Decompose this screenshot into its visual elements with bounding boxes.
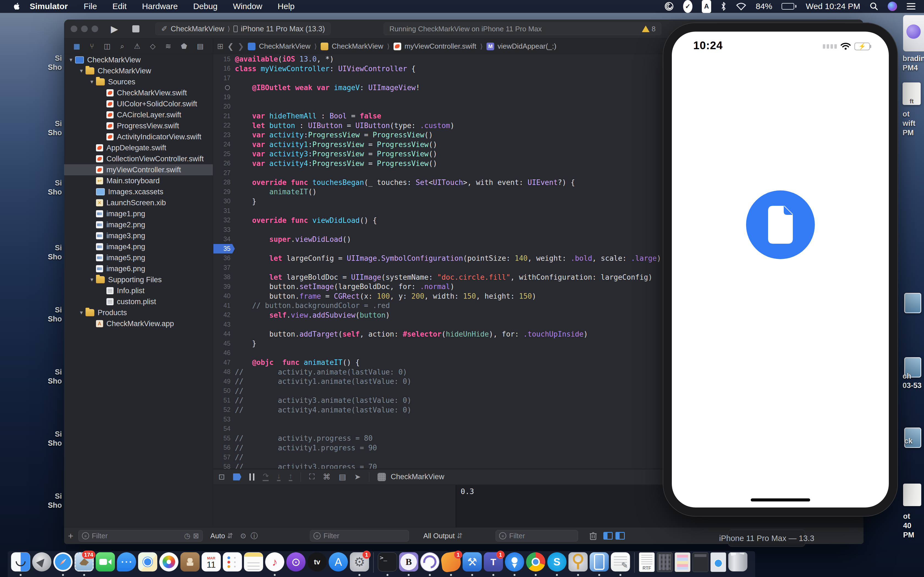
disclosure-triangle[interactable]: ▼: [67, 57, 75, 63]
line-number[interactable]: 31: [213, 206, 235, 216]
dock-item-skype[interactable]: S: [547, 552, 567, 572]
dock-item-min-rtf[interactable]: RTF: [639, 552, 655, 572]
line-number[interactable]: 33: [213, 225, 235, 235]
line-number[interactable]: 44: [213, 329, 235, 339]
siri-icon[interactable]: [888, 0, 897, 13]
dock-item-music[interactable]: [265, 552, 284, 572]
navigator-row[interactable]: ProgressView.swift: [64, 120, 213, 131]
desktop-file-label[interactable]: SiSho: [0, 119, 62, 137]
dock-item-photos[interactable]: [159, 552, 178, 572]
pause-button[interactable]: [249, 474, 254, 480]
simulator-window[interactable]: 10:24 ⚡: [663, 23, 898, 517]
Photos[interactable]: [159, 552, 178, 572]
desktop-doc-file-icon[interactable]: [903, 484, 921, 506]
test-navigator-icon[interactable]: ◇: [150, 42, 156, 50]
menu-item-hardware[interactable]: Hardware: [134, 2, 185, 11]
step-over-button[interactable]: ↷: [263, 473, 269, 481]
line-number[interactable]: 24: [213, 140, 235, 150]
line-number[interactable]: 46: [213, 348, 235, 358]
related-items-icon[interactable]: ⊞: [217, 42, 223, 51]
line-number[interactable]: 28: [213, 178, 235, 187]
App Store[interactable]: A: [329, 552, 348, 572]
line-number[interactable]: 26: [213, 159, 235, 168]
show-console-toggle[interactable]: [615, 532, 625, 540]
line-number[interactable]: 30: [213, 197, 235, 206]
breadcrumb[interactable]: CheckMarkView⟩CheckMarkView⟩myViewContro…: [248, 42, 556, 50]
show-variables-view-toggle[interactable]: [603, 532, 613, 540]
run-destination[interactable]: iPhone 11 Pro Max (13.3): [241, 25, 325, 33]
dock-item-terminal[interactable]: >_: [378, 552, 397, 572]
navigator-row[interactable]: Main.storyboard: [64, 175, 213, 186]
breadcrumb-item[interactable]: CheckMarkView: [259, 42, 310, 50]
desktop-file-label[interactable]: SiSho: [0, 54, 62, 72]
menu-clock[interactable]: Wed 10:24 PM: [806, 0, 860, 13]
navigator-row[interactable]: ▼Supporting Files: [64, 274, 213, 285]
line-number[interactable]: 20: [213, 102, 235, 111]
step-into-button[interactable]: ↓: [277, 473, 281, 481]
location-app[interactable]: [505, 552, 524, 572]
desktop-image-file-icon[interactable]: [904, 293, 921, 313]
desktop-file-label[interactable]: SiSho: [0, 179, 62, 197]
line-number[interactable]: 40: [213, 292, 235, 301]
breadcrumb-item[interactable]: viewDidAppear(_:): [498, 42, 556, 50]
dock-item-min-light[interactable]: [675, 552, 691, 572]
line-number[interactable]: 38: [213, 272, 235, 282]
dock-item-xcode[interactable]: [462, 552, 482, 572]
TV[interactable]: tv: [307, 552, 327, 572]
project-navigator-icon[interactable]: ▦: [73, 42, 80, 50]
desktop-file-label[interactable]: SiSho: [0, 430, 62, 448]
line-number[interactable]: 50: [213, 386, 235, 396]
line-number[interactable]: 49: [213, 377, 235, 386]
navigator-row[interactable]: AppDelegate.swift: [64, 142, 213, 153]
navigator-row[interactable]: image5.png: [64, 252, 213, 263]
line-number[interactable]: 17: [213, 73, 235, 83]
menu-item-debug[interactable]: Debug: [185, 2, 225, 11]
wifi-icon[interactable]: [736, 0, 746, 13]
line-number[interactable]: 53: [213, 414, 235, 424]
add-button[interactable]: +: [68, 530, 73, 541]
dock-item-safari[interactable]: [53, 552, 73, 572]
simulate-location-button[interactable]: ➤: [354, 472, 360, 481]
stop-button[interactable]: [132, 25, 139, 32]
selected-line-number[interactable]: 35: [213, 244, 235, 254]
symbol-navigator-icon[interactable]: ◫: [104, 42, 111, 50]
minimize-window-button[interactable]: [81, 26, 88, 32]
dock-item-simulator[interactable]: [590, 552, 609, 572]
dock-item-messages[interactable]: [117, 552, 136, 572]
bluetooth-icon[interactable]: [720, 0, 727, 13]
dock-item-reminders[interactable]: [223, 552, 242, 572]
notification-center-icon[interactable]: [906, 0, 916, 13]
FaceTime[interactable]: [96, 552, 115, 572]
dock-item-teams[interactable]: T1: [484, 552, 503, 572]
line-number[interactable]: 56: [213, 443, 235, 453]
menu-item-edit[interactable]: Edit: [105, 2, 134, 11]
zoom-window-button[interactable]: [92, 26, 98, 32]
desktop-file-label[interactable]: SiSho: [0, 492, 62, 510]
Maps[interactable]: [138, 552, 157, 572]
navigator-row[interactable]: image1.png: [64, 208, 213, 219]
line-number[interactable]: 39: [213, 282, 235, 292]
breadcrumb-item[interactable]: myViewController.swift: [404, 42, 476, 50]
Notes[interactable]: [244, 552, 263, 572]
dock-item-notes[interactable]: [244, 552, 263, 572]
line-number[interactable]: 58: [213, 462, 235, 469]
minimized-window[interactable]: [675, 552, 691, 572]
ib-outlet-connector-icon[interactable]: [225, 85, 230, 90]
desktop-file-label[interactable]: SiSho: [0, 243, 62, 261]
scheme-selector[interactable]: ✐ CheckMarkView ⟩ iPhone 11 Pro Max (13.…: [155, 23, 331, 35]
minimized-window[interactable]: [657, 552, 673, 572]
back-button[interactable]: ❮: [227, 42, 233, 51]
info-icon[interactable]: ⓘ: [250, 531, 258, 541]
variables-filter-field[interactable]: ≡ Filter: [310, 530, 409, 542]
dock-item-min-dark1[interactable]: [657, 552, 673, 572]
line-number[interactable]: 36: [213, 254, 235, 263]
line-number[interactable]: 22: [213, 121, 235, 131]
console-filter-field[interactable]: ≡ Filter: [496, 530, 578, 542]
Skype[interactable]: S: [547, 552, 567, 572]
variables-view[interactable]: [213, 485, 456, 529]
navigator-row[interactable]: ▼Products: [64, 307, 213, 318]
environment-overrides-button[interactable]: ▤: [339, 472, 346, 481]
navigator-row[interactable]: ✕LaunchScreen.xib: [64, 197, 213, 208]
dock-item-facetime[interactable]: [96, 552, 115, 572]
scheme-name[interactable]: CheckMarkView: [171, 25, 225, 33]
